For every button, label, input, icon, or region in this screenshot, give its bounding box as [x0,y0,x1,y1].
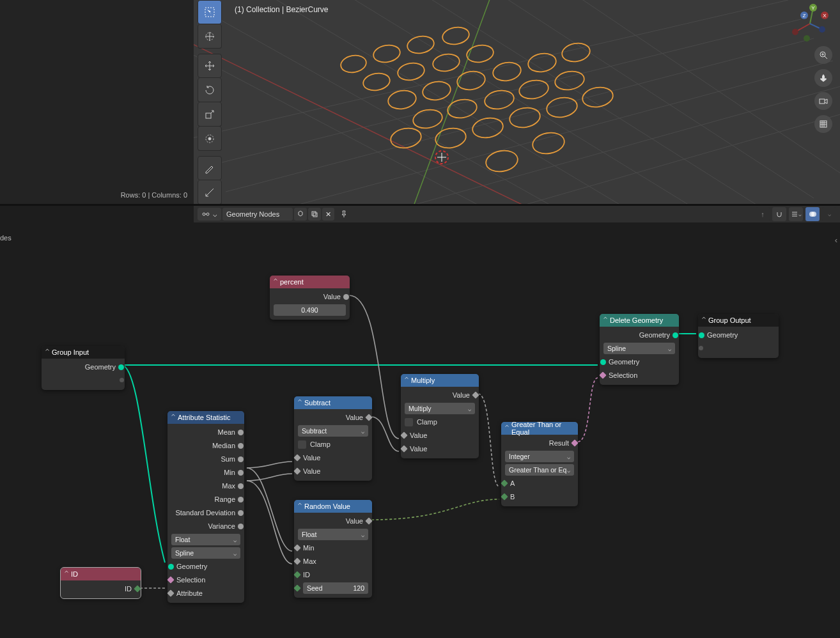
duplicate-button[interactable] [308,208,321,221]
svg-point-63 [804,35,810,42]
svg-point-62 [792,29,798,35]
node-id[interactable]: ID ID [61,568,141,598]
node-attribute-statistic[interactable]: Attribute Statistic Mean Median Sum Min … [167,411,244,603]
zoom-icon[interactable] [814,46,832,64]
spreadsheet-footer: Rows: 0 | Columns: 0 [121,191,187,199]
math-op-dropdown[interactable]: Subtract [298,425,368,437]
svg-rect-0 [194,0,840,204]
svg-point-75 [203,213,205,215]
percent-value-field[interactable]: 0.490 [274,304,346,316]
select-box-tool[interactable] [198,0,222,24]
camera-icon[interactable] [814,92,832,110]
nav-gizmo[interactable]: X Y Z [788,1,832,46]
svg-point-84 [811,212,816,217]
svg-rect-50 [206,113,211,118]
tree-path-partial: des [0,234,12,242]
svg-rect-79 [313,213,317,217]
snap-button[interactable] [772,207,786,221]
pan-icon[interactable] [814,69,832,87]
editor-type-button[interactable]: ⌵ [198,208,221,221]
clamp-checkbox[interactable]: Clamp [298,439,368,450]
delete-domain-dropdown[interactable]: Spline [603,343,675,354]
node-multiply[interactable]: Multiply Value Multiply Clamp Value Valu… [401,374,479,458]
datatype-dropdown[interactable]: Float [171,534,240,545]
node-editor-header: ⌵ Geometry Nodes ✕ [194,206,840,222]
3d-viewport[interactable]: (1) Collection | BezierCurve X Y Z [194,0,840,204]
node-greater-than-or-equal[interactable]: Greater Than or Equal Result Integer Gre… [501,422,578,506]
node-editor[interactable]: des ‹ Group Input Geometry [0,222,840,638]
domain-dropdown[interactable]: Spline [171,547,240,559]
measure-tool[interactable] [198,180,222,204]
svg-text:X: X [823,13,827,19]
sidebar-toggle-icon[interactable]: ‹ [835,235,837,245]
random-type-dropdown[interactable]: Float [298,529,368,540]
svg-rect-70 [820,121,827,127]
transform-tool[interactable] [198,127,222,151]
svg-rect-69 [820,99,825,104]
snap-mode-button[interactable]: ⌵ [789,207,803,221]
object-breadcrumb: (1) Collection | BezierCurve [235,5,329,14]
svg-rect-78 [312,212,316,215]
ortho-icon[interactable] [814,115,832,133]
svg-point-52 [208,137,211,140]
overlay-button[interactable] [805,207,820,221]
unlink-button[interactable]: ✕ [322,208,334,221]
math-op-dropdown[interactable]: Multiply [405,403,475,414]
node-tree-name[interactable]: Geometry Nodes [222,208,293,221]
move-tool[interactable] [198,54,222,78]
node-group-output[interactable]: Group Output Geometry [698,314,779,358]
node-percent[interactable]: percent Value 0.490 [270,276,350,320]
overlay-options-button[interactable]: ⌵ [822,207,836,221]
compare-type-dropdown[interactable]: Integer [505,451,574,462]
pin-button[interactable] [336,208,352,221]
cursor-tool[interactable] [198,24,222,49]
viewport-scene [194,0,840,204]
seed-field[interactable]: Seed120 [303,582,368,594]
annotate-tool[interactable] [198,156,222,180]
svg-line-66 [825,56,827,59]
svg-text:Y: Y [811,5,815,11]
spreadsheet-panel: Rows: 0 | Columns: 0 [0,0,194,204]
svg-point-76 [206,213,209,215]
compare-op-dropdown[interactable]: Greater Than or Eq [505,464,574,476]
svg-text:Z: Z [803,13,806,19]
node-subtract[interactable]: Subtract Value Subtract Clamp Value Valu… [294,396,372,481]
rotate-tool[interactable] [198,78,222,102]
clamp-checkbox[interactable]: Clamp [405,416,475,428]
node-delete-geometry[interactable]: Delete Geometry Geometry Spline Geometry… [600,314,679,385]
parent-tree-button[interactable]: ↑ [756,207,770,221]
node-group-input[interactable]: Group Input Geometry [42,346,125,390]
fake-user-button[interactable] [294,208,307,221]
svg-point-64 [819,26,825,33]
scale-tool[interactable] [198,102,222,127]
viewport-toolbar [198,0,223,204]
node-random-value[interactable]: Random Value Value Float Min Max ID Seed… [294,500,372,598]
